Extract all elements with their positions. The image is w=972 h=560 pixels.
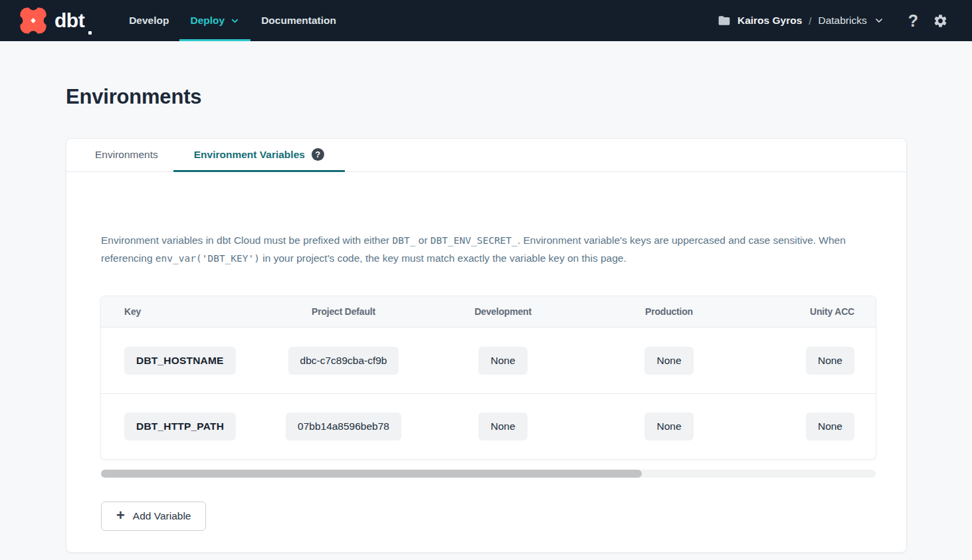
brand-wordmark: dbt — [54, 11, 84, 31]
value-chip[interactable]: None — [806, 413, 854, 440]
environments-card: Environments Environment Variables ? Env… — [66, 138, 907, 553]
help-badge-icon[interactable]: ? — [312, 148, 324, 161]
inline-code: env_var('DBT_KEY') — [155, 253, 260, 264]
inline-code: DBT_ENV_SECRET_ — [431, 235, 518, 246]
value-chip[interactable]: dbc-c7c89cba-cf9b — [288, 347, 399, 375]
horizontal-scrollbar[interactable] — [101, 470, 876, 478]
column-header: Unity ACC — [810, 306, 876, 317]
add-variable-label: Add Variable — [133, 510, 191, 522]
main-content: Environments Environments Environment Va… — [0, 41, 972, 553]
help-icon[interactable]: ? — [908, 13, 918, 29]
project-name: Databricks — [819, 15, 867, 27]
chevron-down-icon — [874, 15, 884, 26]
value-chip[interactable]: None — [644, 413, 693, 440]
table-body: DBT_HOSTNAMEdbc-c7c89cba-cf9bNoneNoneNon… — [101, 327, 876, 459]
tab-content: Environment variables in dbt Cloud must … — [66, 172, 906, 552]
column-header: Key — [101, 306, 141, 317]
breadcrumb-separator: / — [809, 15, 811, 27]
tab-bar: Environments Environment Variables ? — [66, 139, 906, 172]
key-chip[interactable]: DBT_HOSTNAME — [124, 347, 236, 375]
table-row: DBT_HOSTNAMEdbc-c7c89cba-cf9bNoneNoneNon… — [101, 327, 876, 393]
top-navbar: dbt Develop Deploy Documentation Kairos … — [0, 0, 972, 41]
env-var-table: KeyProject DefaultDevelopmentProductionU… — [101, 296, 876, 459]
brand-trademark-dot — [88, 31, 92, 35]
nav-item-deploy-label: Deploy — [190, 15, 225, 27]
table-header: KeyProject DefaultDevelopmentProductionU… — [101, 296, 876, 327]
value-chip[interactable]: None — [478, 413, 527, 440]
env-var-description: Environment variables in dbt Cloud must … — [101, 232, 874, 267]
nav-item-develop[interactable]: Develop — [118, 0, 179, 41]
tab-environment-variables[interactable]: Environment Variables ? — [173, 139, 345, 172]
project-switcher[interactable]: Kairos Gyros / Databricks — [718, 14, 884, 27]
primary-nav: Develop Deploy Documentation — [118, 0, 347, 41]
description-text: in your project's code, the key must mat… — [260, 252, 627, 264]
table-row: DBT_HTTP_PATH07bb14a8596beb78NoneNoneNon… — [101, 393, 876, 459]
add-variable-button[interactable]: + Add Variable — [101, 502, 206, 531]
chevron-down-icon — [230, 16, 240, 26]
description-text: or — [415, 234, 430, 246]
nav-item-deploy[interactable]: Deploy — [179, 0, 250, 41]
description-text: Environment variables in dbt Cloud must … — [101, 234, 393, 246]
column-header: Production — [645, 306, 693, 317]
value-chip[interactable]: None — [644, 347, 693, 375]
plus-icon: + — [116, 508, 125, 523]
folder-icon — [718, 14, 731, 27]
value-chip[interactable]: 07bb14a8596beb78 — [286, 413, 401, 440]
inline-code: DBT_ — [393, 235, 416, 246]
tab-environments[interactable]: Environments — [80, 139, 173, 172]
dbt-logo[interactable]: dbt — [19, 0, 92, 41]
key-chip[interactable]: DBT_HTTP_PATH — [124, 413, 236, 440]
navbar-right: Kairos Gyros / Databricks ? — [718, 0, 948, 41]
gear-icon[interactable] — [933, 13, 948, 29]
dbt-logo-icon — [19, 7, 48, 34]
column-header: Development — [474, 306, 532, 317]
tab-environment-variables-label: Environment Variables — [194, 149, 305, 161]
value-chip[interactable]: None — [806, 347, 854, 375]
nav-item-documentation[interactable]: Documentation — [250, 0, 347, 41]
account-name: Kairos Gyros — [737, 15, 802, 27]
scrollbar-thumb[interactable] — [101, 470, 642, 478]
column-header: Project Default — [312, 306, 375, 317]
page-title: Environments — [66, 85, 907, 109]
value-chip[interactable]: None — [478, 347, 527, 375]
